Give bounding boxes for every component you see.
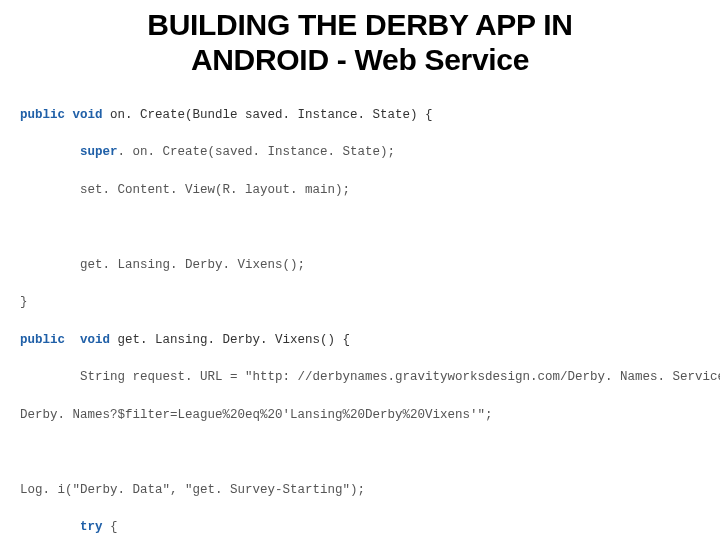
kw-super: super — [80, 145, 118, 159]
kw-public-void-2: public void — [20, 333, 110, 347]
slide-title: BUILDING THE DERBY APP IN ANDROID - Web … — [20, 8, 700, 77]
title-line-2: ANDROID - Web Service — [191, 43, 529, 76]
kw-try: try — [80, 520, 103, 534]
code-block: public void on. Create(Bundle saved. Ins… — [20, 87, 700, 540]
kw-public-void: public void — [20, 108, 103, 122]
slide: BUILDING THE DERBY APP IN ANDROID - Web … — [0, 0, 720, 540]
title-line-1: BUILDING THE DERBY APP IN — [147, 8, 572, 41]
